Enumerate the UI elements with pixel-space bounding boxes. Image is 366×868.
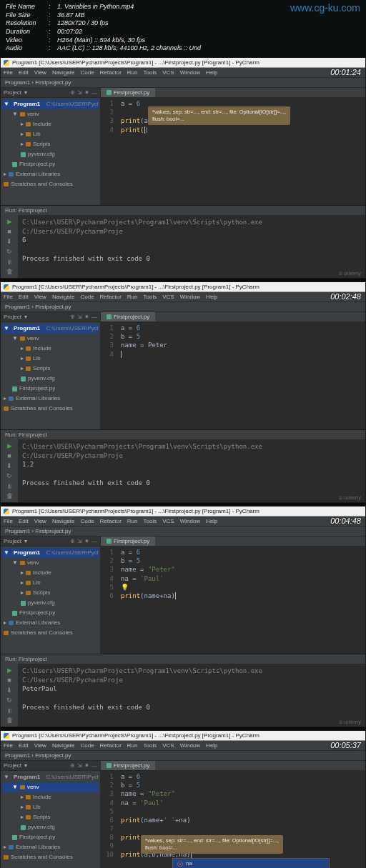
menu-vcs[interactable]: VCS bbox=[162, 742, 174, 749]
down-icon[interactable]: ⬇ bbox=[6, 687, 12, 694]
menu-bar[interactable]: FileEditViewNavigateCodeRefactorRunTools… bbox=[1, 517, 365, 527]
menu-file[interactable]: File bbox=[4, 518, 13, 524]
menu-run[interactable]: Run bbox=[127, 294, 138, 300]
tree-pyvenv[interactable]: pyvenv.cfg bbox=[2, 374, 99, 384]
menu-navigate[interactable]: Navigate bbox=[52, 742, 75, 749]
menu-window[interactable]: Window bbox=[180, 518, 200, 524]
breadcrumb[interactable]: Program1 › Firstproject.py bbox=[1, 751, 365, 761]
tree-pyvenv[interactable]: pyvenv.cfg bbox=[2, 598, 99, 608]
menu-code[interactable]: Code bbox=[80, 294, 94, 300]
trash-icon[interactable]: 🗑 bbox=[6, 717, 13, 724]
tree-root[interactable]: ▼Program1 C:\Users\USER\PycharmProje bbox=[2, 548, 99, 558]
window-titlebar[interactable]: Program1 [C:\Users\USER\PycharmProjects\… bbox=[1, 282, 365, 292]
code-editor[interactable]: Firstproject.py 123456 a = 6 b = 5 name … bbox=[101, 537, 365, 654]
run-toolbar[interactable]: ▶■⬇↻⫼🗑 bbox=[1, 439, 18, 502]
tree-root[interactable]: ▼Program1 C:\Users\USER\PycharmProje bbox=[2, 772, 99, 782]
collapse-icon[interactable]: ⇲ bbox=[77, 314, 82, 320]
menu-window[interactable]: Window bbox=[180, 69, 200, 76]
menu-navigate[interactable]: Navigate bbox=[52, 518, 75, 524]
tree-venv[interactable]: ▼venv bbox=[2, 109, 99, 119]
menu-bar[interactable]: FileEditViewNavigateCodeRefactorRunTools… bbox=[1, 741, 365, 751]
menu-file[interactable]: File bbox=[4, 69, 13, 76]
trash-icon[interactable]: 🗑 bbox=[6, 268, 13, 275]
window-titlebar[interactable]: Program1 [C:\Users\USER\PycharmProjects\… bbox=[1, 731, 365, 741]
collapse-icon[interactable]: ⇲ bbox=[77, 538, 82, 544]
menu-refactor[interactable]: Refactor bbox=[100, 294, 122, 300]
menu-vcs[interactable]: VCS bbox=[162, 518, 174, 524]
menu-bar[interactable]: File Edit View Navigate Code Refactor Ru… bbox=[1, 68, 365, 78]
tree-venv[interactable]: ▼venv bbox=[2, 334, 99, 344]
menu-view[interactable]: View bbox=[34, 742, 46, 749]
tree-root[interactable]: ▼Program1 C:\Users\USER\PycharmProje bbox=[2, 324, 99, 334]
code-content[interactable]: a = 6 b = 5 name = "Peter" na = 'Paul' 💡… bbox=[101, 547, 365, 600]
filter-icon[interactable]: ⫼ bbox=[6, 258, 13, 265]
console-output[interactable]: C:\Users\USER\PycharmProjects\Program1\v… bbox=[18, 215, 365, 278]
hide-icon[interactable]: — bbox=[92, 762, 97, 769]
play-icon[interactable]: ▶ bbox=[7, 667, 12, 674]
settings-icon[interactable]: ✷ bbox=[84, 314, 89, 320]
gear-icon[interactable]: ⊕ bbox=[70, 762, 75, 769]
menu-refactor[interactable]: Refactor bbox=[100, 742, 122, 749]
tree-include[interactable]: ▸Include bbox=[2, 568, 99, 578]
menu-navigate[interactable]: Navigate bbox=[52, 294, 75, 300]
gear-icon[interactable]: ⊕ bbox=[70, 89, 75, 96]
editor-tab[interactable]: Firstproject.py bbox=[101, 761, 155, 770]
tree-include[interactable]: ▸Include bbox=[2, 119, 99, 129]
tree-scratches[interactable]: Scratches and Consoles bbox=[2, 852, 99, 862]
menu-file[interactable]: File bbox=[4, 294, 13, 300]
tree-pyvenv[interactable]: pyvenv.cfg bbox=[2, 149, 99, 159]
tree-firstproject[interactable]: Firstproject.py bbox=[2, 832, 99, 842]
run-panel[interactable]: Run: Firstproject ▶■⬇↻⫼🗑 C:\Users\USER\P… bbox=[1, 654, 365, 727]
down-icon[interactable]: ⬇ bbox=[6, 238, 12, 245]
tree-pyvenv[interactable]: pyvenv.cfg bbox=[2, 822, 99, 832]
editor-tab[interactable]: Firstproject.py bbox=[101, 312, 155, 321]
menu-help[interactable]: Help bbox=[206, 742, 217, 749]
collapse-icon[interactable]: ⇲ bbox=[77, 762, 82, 769]
play-icon[interactable]: ▶ bbox=[7, 442, 12, 449]
tree-firstproject[interactable]: Firstproject.py bbox=[2, 159, 99, 169]
tree-ext-libs[interactable]: ▸External Libraries bbox=[2, 618, 99, 628]
menu-edit[interactable]: Edit bbox=[19, 294, 29, 300]
menu-edit[interactable]: Edit bbox=[19, 742, 29, 749]
settings-icon[interactable]: ✷ bbox=[84, 538, 89, 544]
rerun-icon[interactable]: ↻ bbox=[6, 697, 12, 704]
gear-icon[interactable]: ⊕ bbox=[70, 314, 75, 320]
project-sidebar[interactable]: Project▾⊕⇲✷— ▼Program1 C:\Users\USER\Pyc… bbox=[1, 537, 101, 654]
filter-icon[interactable]: ⫼ bbox=[6, 482, 13, 489]
sidebar-header[interactable]: Project ▾ ⊕⇲✷— bbox=[1, 88, 100, 98]
menu-edit[interactable]: Edit bbox=[19, 518, 29, 524]
tree-venv[interactable]: ▼venv bbox=[2, 558, 99, 568]
console-output[interactable]: C:\Users\USER\PycharmProjects\Program1\v… bbox=[18, 439, 365, 502]
menu-vcs[interactable]: VCS bbox=[162, 294, 174, 300]
rerun-icon[interactable]: ↻ bbox=[6, 472, 12, 479]
collapse-icon[interactable]: ⇲ bbox=[77, 89, 82, 96]
menu-bar[interactable]: FileEditViewNavigateCodeRefactorRunTools… bbox=[1, 292, 365, 302]
tree-lib[interactable]: ▸Lib bbox=[2, 129, 99, 139]
hide-icon[interactable]: — bbox=[92, 314, 97, 320]
gear-icon[interactable]: ⊕ bbox=[70, 538, 75, 544]
menu-code[interactable]: Code bbox=[80, 518, 94, 524]
tree-firstproject[interactable]: Firstproject.py bbox=[2, 384, 99, 394]
rerun-icon[interactable]: ↻ bbox=[6, 248, 12, 255]
menu-run[interactable]: Run bbox=[127, 69, 138, 76]
menu-vcs[interactable]: VCS bbox=[162, 69, 174, 76]
menu-help[interactable]: Help bbox=[206, 294, 217, 300]
tree-scripts[interactable]: ▸Scripts bbox=[2, 812, 99, 822]
project-tree[interactable]: ▼Program1 C:\Users\USER\PycharmProje ▼ve… bbox=[1, 98, 100, 191]
window-titlebar[interactable]: Program1 [C:\Users\USER\PycharmProjects\… bbox=[1, 507, 365, 517]
tree-ext-libs[interactable]: ▸External Libraries bbox=[2, 169, 99, 179]
hide-icon[interactable]: — bbox=[92, 89, 97, 96]
tree-ext-libs[interactable]: ▸External Libraries bbox=[2, 394, 99, 404]
breadcrumb[interactable]: Program1 › Firstproject.py bbox=[1, 527, 365, 537]
menu-file[interactable]: File bbox=[4, 742, 13, 749]
menu-tools[interactable]: Tools bbox=[144, 69, 157, 76]
run-toolbar[interactable]: ▶■⬇↻⫼🗑 bbox=[1, 664, 18, 727]
run-panel[interactable]: Run: Firstproject ▶■⬇↻⫼🗑 C:\Users\USER\P… bbox=[1, 429, 365, 502]
tree-scratches[interactable]: Scratches and Consoles bbox=[2, 404, 99, 414]
stop-icon[interactable]: ■ bbox=[7, 228, 11, 235]
run-header[interactable]: Run: Firstproject bbox=[1, 654, 365, 664]
tree-include[interactable]: ▸Include bbox=[2, 344, 99, 354]
tree-scripts[interactable]: ▸Scripts bbox=[2, 139, 99, 149]
intention-bulb-icon[interactable]: 💡 bbox=[121, 584, 129, 591]
editor-tab[interactable]: Firstproject.py bbox=[101, 88, 155, 97]
